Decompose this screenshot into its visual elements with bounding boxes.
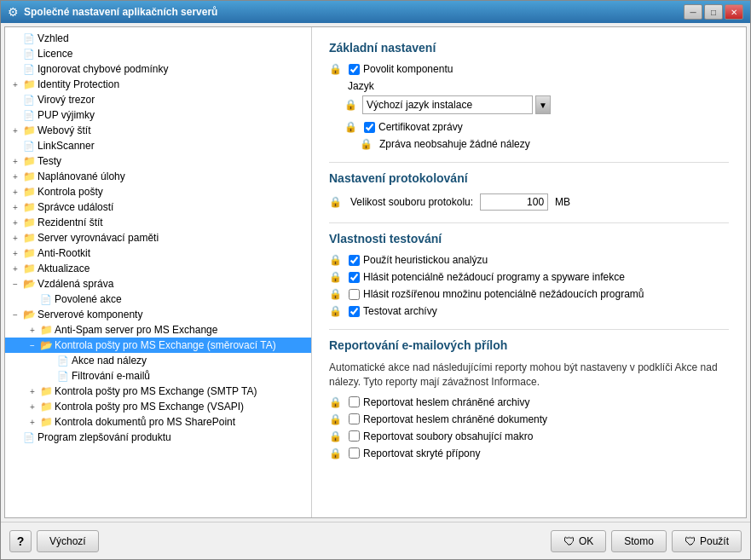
- rep-macro-label[interactable]: Reportovat soubory obsahující makro: [349, 430, 533, 442]
- title-bar-left: ⚙ Společné nastavení aplikačních serverů: [8, 5, 217, 19]
- expand-icon: +: [9, 185, 22, 199]
- tree-item-licence[interactable]: 📄 Licence: [5, 46, 311, 61]
- tree-item-virovy[interactable]: 📄 Virový trezor: [5, 92, 311, 107]
- bottom-left: ? Výchozí: [9, 530, 99, 552]
- file-size-row: 🔒 Velikost souboru protokolu: MB: [329, 193, 729, 211]
- heuristic-checkbox[interactable]: [349, 255, 360, 266]
- tree-panel[interactable]: 📄 Vzhled 📄 Licence 📄 Ignorovat chybové p…: [5, 27, 312, 517]
- folder-icon: 📁: [39, 323, 53, 337]
- window-title: Společné nastavení aplikačních serverů: [24, 6, 217, 18]
- file-size-unit: MB: [555, 196, 570, 208]
- lock-icon-rpd: 🔒: [329, 413, 342, 425]
- rep-password-arch-label[interactable]: Reportovat heslem chráněné archivy: [349, 396, 529, 408]
- folder-icon: 📁: [22, 154, 36, 168]
- lock-icon-lang: 🔒: [344, 99, 357, 111]
- reporting-title: Reportování e-mailových příloh: [329, 338, 729, 352]
- close-button[interactable]: ✕: [725, 4, 743, 20]
- tree-item-vzhled[interactable]: 📄 Vzhled: [5, 31, 311, 46]
- rep-hidden-checkbox[interactable]: [349, 447, 360, 459]
- tree-item-povolene[interactable]: 📄 Povolené akce: [5, 292, 311, 307]
- tree-item-vzdalena[interactable]: − 📂 Vzdálená správa: [5, 276, 311, 292]
- tree-item-rezidentni[interactable]: + 📁 Rezidentní štít: [5, 215, 311, 230]
- tree-item-kontrola-exchange[interactable]: − 📂 Kontrola pošty pro MS Exchange (směr…: [5, 338, 311, 353]
- apply-button[interactable]: 🛡 Použít: [672, 530, 742, 552]
- tree-item-filtrovani[interactable]: 📄 Filtrování e-mailů: [5, 368, 311, 384]
- tree-item-identity[interactable]: + 📁 Identity Protection: [5, 77, 311, 92]
- expand-icon: −: [9, 277, 22, 291]
- tree-label: Kontrola pošty pro MS Exchange (směrovac…: [55, 339, 276, 351]
- expand-icon: [9, 139, 22, 153]
- basic-settings-title: Základní nastavení: [329, 41, 729, 55]
- dropdown-arrow[interactable]: ▼: [535, 95, 551, 114]
- expand-icon: +: [26, 400, 39, 413]
- default-button[interactable]: Výchozí: [37, 530, 99, 552]
- folder-icon: 📂: [39, 338, 53, 352]
- rep-hidden-text: Reportovat skryté přípony: [363, 447, 480, 459]
- no-findings-row: 🔒 Zpráva neobsahuje žádné nálezy: [360, 138, 729, 150]
- tree-item-anti-rootkit[interactable]: + 📁 Anti-Rootkit: [5, 245, 311, 261]
- tree-item-spravce[interactable]: + 📁 Správce událostí: [5, 199, 311, 215]
- rep-password-docs-label[interactable]: Reportovat heslem chráněné dokumenty: [349, 413, 547, 425]
- tree-item-testy[interactable]: + 📁 Testy: [5, 153, 311, 169]
- extended-checkbox[interactable]: [349, 289, 360, 300]
- bottom-bar: ? Výchozí 🛡 OK Stomo 🛡 Použít: [1, 522, 750, 559]
- tree-item-linkscanner[interactable]: 📄 LinkScanner: [5, 138, 311, 153]
- tree-item-program[interactable]: 📄 Program zlepšování produktu: [5, 430, 311, 445]
- lock-icon-rpa: 🔒: [329, 396, 342, 408]
- tree-item-kontrola-vsapi[interactable]: + 📁 Kontrola pošty pro MS Exchange (VSAP…: [5, 399, 311, 414]
- tree-item-pup[interactable]: 📄 PUP výjimky: [5, 107, 311, 123]
- extended-label[interactable]: Hlásit rozšířenou množinu potenciálně ne…: [349, 288, 644, 300]
- potentially-checkbox[interactable]: [349, 272, 360, 283]
- basic-settings-section: Základní nastavení 🔒 Povolit komponentu …: [329, 41, 729, 150]
- reporting-desc: Automatické akce nad následujícími repor…: [329, 361, 729, 390]
- lock-icon-heur: 🔒: [329, 254, 342, 266]
- cancel-button[interactable]: Stomo: [611, 530, 667, 552]
- tree-item-kontrola-posty[interactable]: + 📁 Kontrola pošty: [5, 184, 311, 199]
- rep-hidden-label[interactable]: Reportovat skryté přípony: [349, 447, 480, 459]
- certify-checkbox[interactable]: [364, 122, 375, 133]
- properties-section: Vlastnosti testování 🔒 Použít heuristick…: [329, 232, 729, 317]
- expand-icon: −: [26, 338, 39, 352]
- tree-item-serverove[interactable]: − 📂 Serverové komponenty: [5, 307, 311, 322]
- heuristic-label[interactable]: Použít heuristickou analýzu: [349, 254, 488, 266]
- rep-macro-checkbox[interactable]: [349, 430, 360, 442]
- tree-item-webovy[interactable]: + 📁 Webový štít: [5, 123, 311, 138]
- tree-label: Webový štít: [38, 124, 90, 136]
- tree-item-antispam[interactable]: + 📁 Anti-Spam server pro MS Exchange: [5, 322, 311, 338]
- reporting-section: Reportování e-mailových příloh Automatic…: [329, 338, 729, 459]
- tree-label: PUP výjimky: [38, 109, 95, 121]
- archives-label[interactable]: Testovat archívy: [349, 305, 437, 317]
- expand-icon: −: [9, 308, 22, 321]
- expand-icon: +: [9, 200, 22, 214]
- minimize-button[interactable]: ─: [684, 4, 702, 20]
- tree-item-ignorovat[interactable]: 📄 Ignorovat chybové podmínky: [5, 61, 311, 77]
- enable-label[interactable]: Povolit komponentu: [349, 63, 453, 75]
- folder-icon: 📁: [39, 400, 53, 413]
- tree-item-kontrola-sharepoint[interactable]: + 📁 Kontrola dokumentů pro MS SharePoint: [5, 414, 311, 430]
- tree-label: LinkScanner: [38, 140, 95, 152]
- expand-icon: [9, 62, 22, 76]
- potentially-label[interactable]: Hlásit potenciálně nežádoucí programy a …: [349, 271, 625, 283]
- tree-item-naplovane[interactable]: + 📁 Naplánované úlohy: [5, 169, 311, 184]
- rep-password-arch-checkbox[interactable]: [349, 396, 360, 407]
- help-button[interactable]: ?: [9, 530, 32, 552]
- certify-text: Certifikovat zprávy: [378, 121, 463, 133]
- enable-checkbox[interactable]: [349, 64, 360, 75]
- tree-item-aktualizace[interactable]: + 📁 Aktualizace: [5, 261, 311, 276]
- ok-button[interactable]: 🛡 OK: [551, 530, 606, 552]
- extended-row: 🔒 Hlásit rozšířenou množinu potenciálně …: [329, 288, 729, 300]
- tree-item-akce-nalezy[interactable]: 📄 Akce nad nálezy: [5, 353, 311, 368]
- maximize-button[interactable]: □: [704, 4, 723, 20]
- rep-password-docs-checkbox[interactable]: [349, 413, 360, 424]
- right-panel: Základní nastavení 🔒 Povolit komponentu …: [312, 27, 746, 517]
- archives-checkbox[interactable]: [349, 306, 360, 317]
- certify-label[interactable]: Certifikovat zprávy: [364, 121, 463, 133]
- tree-label: Ignorovat chybové podmínky: [38, 63, 168, 75]
- language-dropdown[interactable]: Výchozí jazyk instalace: [362, 95, 533, 114]
- main-content: 📄 Vzhled 📄 Licence 📄 Ignorovat chybové p…: [4, 26, 747, 518]
- tree-item-server-vyrovnavaci[interactable]: + 📁 Server vyrovnávací paměti: [5, 230, 311, 245]
- file-size-input[interactable]: [480, 193, 548, 211]
- tree-label: Kontrola pošty pro MS Exchange (VSAPI): [55, 401, 244, 413]
- page-icon: 📄: [22, 139, 36, 153]
- tree-item-kontrola-smtp[interactable]: + 📁 Kontrola pošty pro MS Exchange (SMTP…: [5, 384, 311, 399]
